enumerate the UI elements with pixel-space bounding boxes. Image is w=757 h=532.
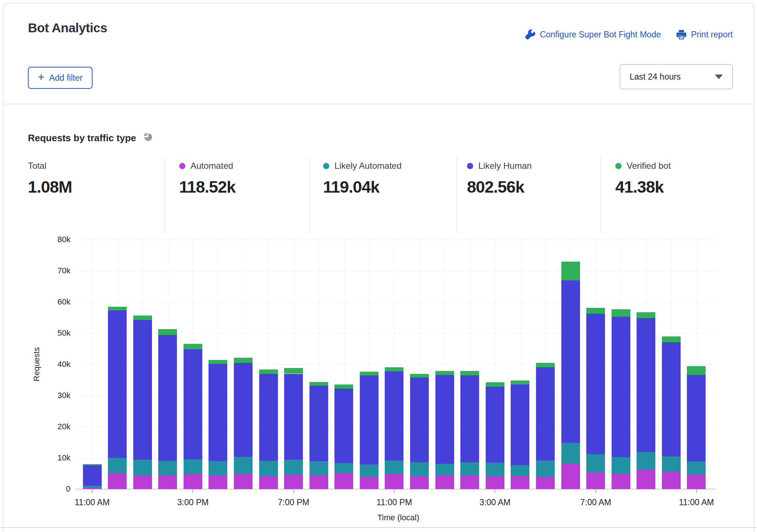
header-links: Configure Super Bot Fight Mode Print rep… <box>525 29 733 40</box>
add-filter-button[interactable]: + Add filter <box>28 67 93 89</box>
stat-total-label: Total <box>28 161 47 171</box>
stat-divider <box>601 158 601 233</box>
time-range-select[interactable]: Last 24 hours <box>620 64 733 89</box>
stat-total[interactable]: Total 1.08M <box>28 160 72 197</box>
pie-chart-icon <box>142 131 153 145</box>
likely-automated-dot-icon <box>323 163 329 169</box>
bottom-divider <box>0 527 757 528</box>
configure-link-label: Configure Super Bot Fight Mode <box>540 30 661 40</box>
stat-verified-bot-value: 41.38k <box>615 178 671 197</box>
stat-verified-bot-label: Verified bot <box>627 161 671 171</box>
page-title: Bot Analytics <box>28 21 107 35</box>
stat-likely-human-value: 802.56k <box>467 178 532 197</box>
section-title: Requests by traffic type <box>28 131 153 145</box>
stat-likely-automated-value: 119.04k <box>323 178 402 197</box>
stat-likely-human-label: Likely Human <box>478 161 532 171</box>
stat-automated[interactable]: Automated 118.52k <box>179 160 235 197</box>
add-filter-label: Add filter <box>49 73 83 83</box>
section-title-text: Requests by traffic type <box>28 132 136 144</box>
printer-icon <box>676 29 687 40</box>
likely-human-dot-icon <box>467 163 473 169</box>
stat-verified-bot[interactable]: Verified bot 41.38k <box>615 160 671 197</box>
configure-super-bot-fight-mode-link[interactable]: Configure Super Bot Fight Mode <box>525 29 661 40</box>
stat-likely-automated-label: Likely Automated <box>334 161 402 171</box>
plus-icon: + <box>38 72 44 83</box>
bot-analytics-page: Bot Analytics Configure Super Bot Fight … <box>0 0 757 532</box>
stat-total-value: 1.08M <box>28 178 72 197</box>
time-range-value: Last 24 hours <box>630 72 681 82</box>
caret-down-icon <box>715 74 723 79</box>
print-link-label: Print report <box>691 30 733 40</box>
wrench-icon <box>525 29 535 40</box>
stat-automated-value: 118.52k <box>179 178 235 197</box>
header-divider <box>3 104 754 104</box>
stat-divider <box>457 158 457 233</box>
verified-bot-dot-icon <box>615 163 622 169</box>
stat-automated-label: Automated <box>191 161 233 171</box>
stat-likely-automated[interactable]: Likely Automated 119.04k <box>323 160 402 197</box>
automated-dot-icon <box>179 163 185 169</box>
stat-divider <box>164 158 165 233</box>
stat-divider <box>309 158 310 233</box>
print-report-link[interactable]: Print report <box>676 29 733 40</box>
stat-likely-human[interactable]: Likely Human 802.56k <box>467 160 532 197</box>
